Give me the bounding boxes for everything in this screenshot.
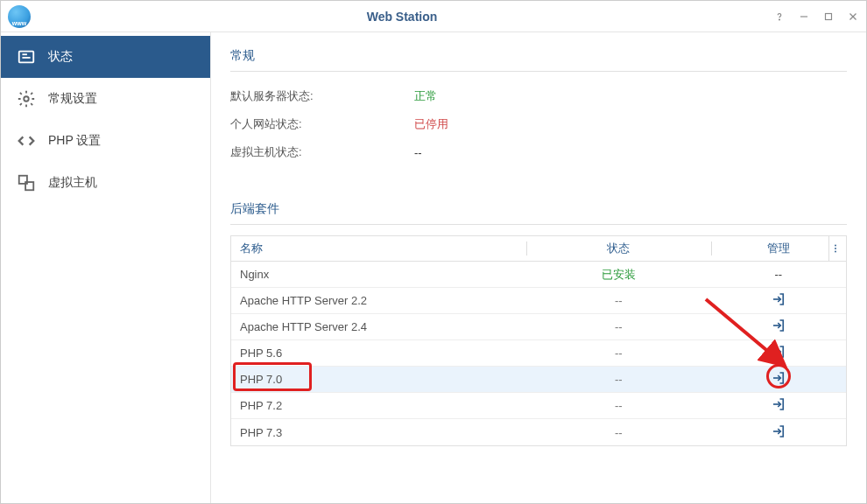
cell-status: -- [526,399,711,412]
th-name[interactable]: 名称 [231,241,526,256]
status-row-virtual-host: 虚拟主机状态: -- [230,138,847,166]
status-value: -- [414,146,422,159]
backend-table: 名称 状态 管理 Nginx已安装--Apache HTTP Server 2.… [230,235,847,446]
sidebar-item-status[interactable]: 状态 [1,36,210,78]
install-icon[interactable] [771,318,786,333]
cell-manage [711,370,846,388]
th-separator [526,242,527,256]
table-row[interactable]: PHP 7.0-- [231,367,846,393]
th-separator [711,242,712,256]
maximize-button[interactable] [822,10,835,23]
cell-name: PHP 5.6 [231,346,526,360]
status-label: 个人网站状态: [230,116,414,132]
svg-rect-2 [826,13,832,19]
th-status[interactable]: 状态 [526,241,711,256]
svg-point-0 [779,19,780,20]
status-value: 正常 [414,88,437,104]
install-icon[interactable] [771,424,786,439]
cell-status: 已安装 [526,267,711,283]
install-icon[interactable] [771,344,786,360]
close-button[interactable] [847,10,859,23]
table-row[interactable]: PHP 7.3-- [231,419,846,445]
cell-status: -- [526,294,711,307]
body: 状态 常规设置 PHP 设置 虚拟主机 常规 [1,32,866,503]
install-icon[interactable] [771,396,786,412]
cell-name: Nginx [231,268,526,281]
table-row[interactable]: Apache HTTP Server 2.4-- [231,314,846,340]
table-row[interactable]: PHP 5.6-- [231,340,846,367]
status-icon [17,47,36,66]
cell-status: -- [526,426,711,439]
cell-name: PHP 7.3 [231,426,526,439]
gear-icon [17,89,36,108]
status-label: 默认服务器状态: [230,88,414,104]
section-title-backend: 后端套件 [230,201,847,225]
table-row[interactable]: PHP 7.2-- [231,393,846,419]
cell-manage [711,291,846,310]
sidebar-item-general-settings[interactable]: 常规设置 [1,78,210,120]
svg-point-13 [835,251,836,253]
window-root: Web Station 状态 [0,0,867,504]
svg-point-11 [835,245,836,247]
svg-point-8 [24,96,29,102]
window-controls [773,10,859,23]
status-label: 虚拟主机状态: [230,144,414,160]
sidebar-item-label: 状态 [48,49,73,65]
window-title: Web Station [31,10,773,24]
code-icon [17,131,36,150]
install-icon[interactable] [771,370,786,386]
cell-manage [711,344,846,362]
status-row-personal-site: 个人网站状态: 已停用 [230,110,847,138]
cell-manage [711,318,846,336]
main-panel: 常规 默认服务器状态: 正常 个人网站状态: 已停用 虚拟主机状态: -- 后端… [211,32,866,503]
table-row[interactable]: Nginx已安装-- [231,262,846,288]
cell-status: -- [526,320,711,333]
sidebar: 状态 常规设置 PHP 设置 虚拟主机 [1,32,211,503]
install-icon[interactable] [771,291,786,307]
section-title-general: 常规 [230,48,847,72]
th-more-button[interactable] [828,236,841,261]
sidebar-item-virtual-host[interactable]: 虚拟主机 [1,162,210,204]
minimize-button[interactable] [798,10,810,23]
cell-manage [711,396,846,415]
general-status-rows: 默认服务器状态: 正常 个人网站状态: 已停用 虚拟主机状态: -- [230,82,847,166]
cell-name: Apache HTTP Server 2.4 [231,320,526,333]
titlebar: Web Station [1,1,866,32]
th-manage[interactable]: 管理 [711,241,846,256]
cell-manage [711,424,846,442]
table-header: 名称 状态 管理 [231,235,846,262]
status-row-default-server: 默认服务器状态: 正常 [230,82,847,110]
svg-point-12 [835,248,836,249]
cell-status: -- [526,346,711,360]
status-value: 已停用 [414,116,448,132]
sidebar-item-label: PHP 设置 [48,133,101,149]
cell-status: -- [526,373,711,386]
cell-name: PHP 7.2 [231,399,526,412]
sidebar-item-label: 虚拟主机 [48,175,97,191]
cell-name: PHP 7.0 [231,373,526,386]
table-row[interactable]: Apache HTTP Server 2.2-- [231,288,846,314]
sidebar-item-php-settings[interactable]: PHP 设置 [1,120,210,162]
vhost-icon [17,173,36,192]
sidebar-item-label: 常规设置 [48,91,97,107]
help-button[interactable] [773,10,786,23]
cell-name: Apache HTTP Server 2.2 [231,294,526,307]
table-body: Nginx已安装--Apache HTTP Server 2.2--Apache… [231,262,846,445]
cell-manage: -- [711,268,846,281]
app-icon [8,5,31,28]
